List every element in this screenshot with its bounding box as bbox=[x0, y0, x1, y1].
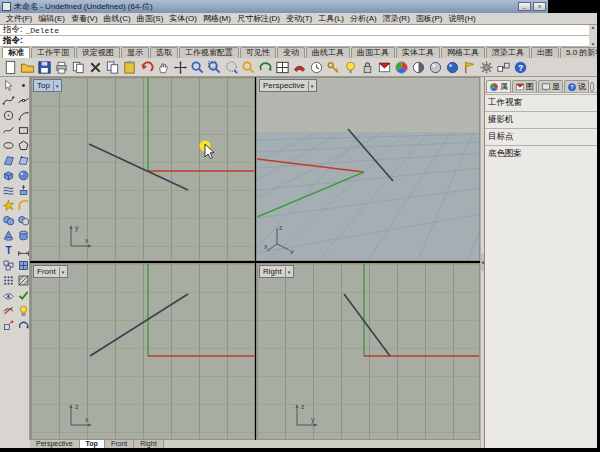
viewport-top[interactable]: Top ▾ y x bbox=[30, 77, 255, 261]
line-object[interactable] bbox=[90, 294, 188, 356]
title-bar[interactable]: 未命名 - Undefined (Undefined) (64-位) _ x bbox=[0, 0, 548, 13]
move-icon[interactable] bbox=[172, 59, 188, 75]
toolbar-tab-变动[interactable]: 变动 bbox=[277, 47, 305, 58]
cone-icon[interactable] bbox=[1, 228, 15, 242]
viewport-tab-top[interactable]: Top bbox=[80, 440, 105, 448]
zoom-dynamic-icon[interactable] bbox=[189, 59, 205, 75]
close-button[interactable]: x bbox=[533, 2, 546, 11]
boolean-union-icon[interactable] bbox=[1, 213, 15, 227]
panel-tab-显[interactable]: 显 bbox=[538, 80, 563, 92]
paint-visibility-icon[interactable] bbox=[1, 288, 15, 302]
viewport-tab-perspective[interactable]: Perspective bbox=[30, 440, 80, 448]
color-wheel-icon[interactable] bbox=[393, 59, 409, 75]
menu-变动(T)[interactable]: 变动(T) bbox=[283, 13, 315, 24]
rotate-view-icon[interactable] bbox=[257, 59, 273, 75]
toolbar-tab-5.0 的新功能[interactable]: 5.0 的新功能 bbox=[560, 47, 597, 58]
history-icon[interactable] bbox=[308, 59, 324, 75]
fillet-curve-icon[interactable] bbox=[16, 198, 30, 212]
freeform-curve-icon[interactable] bbox=[1, 123, 15, 137]
layer-state-icon[interactable] bbox=[376, 59, 392, 75]
panel-menu-icon[interactable] bbox=[590, 82, 594, 92]
single-point-icon[interactable] bbox=[16, 78, 30, 92]
dimension-icon[interactable] bbox=[16, 243, 30, 257]
line-object[interactable] bbox=[89, 144, 188, 190]
extrude-curve-icon[interactable] bbox=[16, 183, 30, 197]
box-icon[interactable] bbox=[1, 168, 15, 182]
toolbar-tab-出图[interactable]: 出图 bbox=[531, 47, 559, 58]
viewport-right[interactable]: Right ▾ z y bbox=[256, 263, 480, 440]
ellipse-icon[interactable] bbox=[1, 138, 15, 152]
line-object[interactable] bbox=[344, 294, 390, 356]
viewport-perspective[interactable]: Perspective ▾ bbox=[256, 77, 480, 261]
lock-icon[interactable] bbox=[359, 59, 375, 75]
lamp-render-icon[interactable] bbox=[16, 303, 30, 317]
menu-文件(F)[interactable]: 文件(F) bbox=[3, 13, 35, 24]
minimize-button[interactable]: _ bbox=[518, 2, 531, 11]
link-objects-icon[interactable] bbox=[495, 59, 511, 75]
panel-tab-属[interactable]: 属 bbox=[486, 80, 511, 92]
ghosted-viewport-icon[interactable] bbox=[427, 59, 443, 75]
menu-渲染(R)[interactable]: 渲染(R) bbox=[380, 13, 413, 24]
command-input-line[interactable]: 指令: bbox=[0, 36, 589, 47]
copy-icon[interactable] bbox=[104, 59, 120, 75]
rotate-objects-icon[interactable] bbox=[16, 318, 30, 332]
light-bulb-icon[interactable] bbox=[342, 59, 358, 75]
menu-实体(O)[interactable]: 实体(O) bbox=[166, 13, 200, 24]
viewport-menu-caret-icon[interactable]: ▾ bbox=[285, 267, 291, 277]
print-icon[interactable] bbox=[53, 59, 69, 75]
check-geometry-icon[interactable] bbox=[16, 288, 30, 302]
undo-icon[interactable] bbox=[138, 59, 154, 75]
options-gear-icon[interactable] bbox=[478, 59, 494, 75]
menu-工具(L)[interactable]: 工具(L) bbox=[315, 13, 347, 24]
viewport-front-title[interactable]: Front ▾ bbox=[33, 265, 68, 278]
flag-icon[interactable] bbox=[461, 59, 477, 75]
delete-icon[interactable] bbox=[87, 59, 103, 75]
save-file-icon[interactable] bbox=[36, 59, 52, 75]
menu-尺寸标注(D)[interactable]: 尺寸标注(D) bbox=[234, 13, 283, 24]
viewport-front[interactable]: Front ▾ z x bbox=[30, 263, 255, 440]
menu-曲线(C)[interactable]: 曲线(C) bbox=[101, 13, 134, 24]
text-object-icon[interactable]: T bbox=[1, 243, 15, 257]
loft-surface-icon[interactable] bbox=[1, 183, 15, 197]
open-file-icon[interactable] bbox=[19, 59, 35, 75]
viewport-perspective-title[interactable]: Perspective ▾ bbox=[259, 79, 317, 92]
named-view-icon[interactable] bbox=[291, 59, 307, 75]
toolbar-tab-曲线工具[interactable]: 曲线工具 bbox=[306, 47, 350, 58]
hatch-icon[interactable] bbox=[16, 273, 30, 287]
zoom-window-icon[interactable] bbox=[206, 59, 222, 75]
surface-3pt-icon[interactable] bbox=[1, 153, 15, 167]
viewport-tab-right[interactable]: Right bbox=[134, 440, 163, 448]
menu-网格(M)[interactable]: 网格(M) bbox=[200, 13, 234, 24]
rendered-viewport-icon[interactable] bbox=[444, 59, 460, 75]
toolbar-tab-曲面工具[interactable]: 曲面工具 bbox=[351, 47, 395, 58]
toolbar-tab-网格工具[interactable]: 网格工具 bbox=[441, 47, 485, 58]
array-rectangular-icon[interactable] bbox=[1, 273, 15, 287]
viewport-top-title[interactable]: Top ▾ bbox=[33, 79, 62, 92]
viewport-layout-icon[interactable] bbox=[274, 59, 290, 75]
menu-面板(P)[interactable]: 面板(P) bbox=[413, 13, 446, 24]
toolbar-tab-可见性[interactable]: 可见性 bbox=[240, 47, 276, 58]
viewport-right-title[interactable]: Right ▾ bbox=[259, 265, 294, 278]
cylinder-icon[interactable] bbox=[16, 228, 30, 242]
explode-icon[interactable] bbox=[1, 198, 15, 212]
control-point-curve-icon[interactable] bbox=[1, 93, 15, 107]
command-scrollbar[interactable]: ▲ ▼ bbox=[589, 25, 597, 47]
viewport-tab-front[interactable]: Front bbox=[105, 440, 134, 448]
hide-objects-icon[interactable] bbox=[1, 303, 15, 317]
move-objects-icon[interactable] bbox=[1, 318, 15, 332]
toolbar-tab-显示[interactable]: 显示 bbox=[121, 47, 149, 58]
menu-说明(H)[interactable]: 说明(H) bbox=[445, 13, 478, 24]
rectangle-icon[interactable] bbox=[16, 123, 30, 137]
sphere-icon[interactable] bbox=[16, 168, 30, 182]
toolbar-tab-标准[interactable]: 标准 bbox=[2, 47, 30, 58]
circle-center-icon[interactable] bbox=[1, 108, 15, 122]
viewport-menu-caret-icon[interactable]: ▾ bbox=[53, 81, 59, 91]
help-icon[interactable]: ? bbox=[512, 59, 528, 75]
curve-through-points-icon[interactable] bbox=[16, 93, 30, 107]
block-instance-icon[interactable] bbox=[16, 258, 30, 272]
menu-分析(A)[interactable]: 分析(A) bbox=[347, 13, 380, 24]
toolbar-tab-选取[interactable]: 选取 bbox=[150, 47, 178, 58]
toolbar-tab-工作平面[interactable]: 工作平面 bbox=[31, 47, 75, 58]
zoom-extents-icon[interactable] bbox=[240, 59, 256, 75]
paste-icon[interactable] bbox=[121, 59, 137, 75]
